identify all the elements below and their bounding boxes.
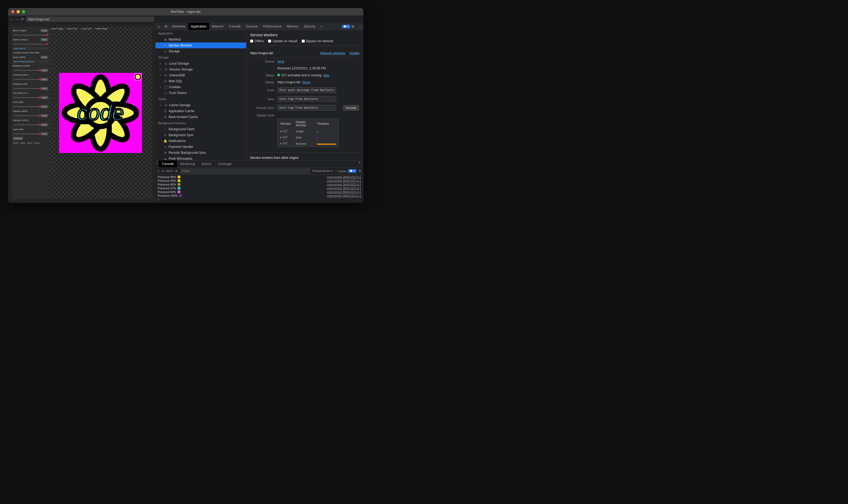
inspect-icon[interactable]: ⟐ [155,23,162,30]
kebab-icon[interactable]: ⋮ [357,23,363,30]
application-tree: Application▤Manifest⚙Service Workers☷Sto… [155,30,246,160]
sw-source-link[interactable]: sw.js [277,59,284,63]
footer-links[interactable]: GitHub · Twitter · About · License [13,142,48,144]
tree-item-background-sync[interactable]: ⟳Background Sync [155,132,246,138]
action-copy-svg[interactable]: ▫ Copy SVG [80,28,92,30]
tab-memory[interactable]: Memory [284,23,301,30]
update-link[interactable]: Update [349,51,360,55]
tree-item-service-workers[interactable]: ⚙Service Workers [155,42,246,48]
device-icon[interactable]: ⧉ [162,23,169,30]
action-open-image[interactable]: ▫ Open Image [50,28,63,30]
tree-item-trust-tokens[interactable]: ◯Trust Tokens [155,90,246,96]
console-filter[interactable] [180,168,310,174]
maximize-icon[interactable] [22,10,25,13]
devtools-pane: ⟐ ⧉ ElementsApplicationNetworkConsoleSou… [155,23,363,203]
issues-link[interactable]: 1 Issue:💬 1 [334,169,357,173]
drawer-tab-search[interactable]: Search [198,160,214,167]
tab-performance[interactable]: Performance [260,23,284,30]
minimize-icon[interactable] [17,10,20,13]
main-area: Blue (5 Steps)ResetAlpha (1 Steps)Reset … [8,23,363,203]
action-paste-image[interactable]: ▫ Paste Image [94,28,107,30]
tree-item-cache-storage[interactable]: ▸⛁Cache Storage [155,102,246,108]
url-bar[interactable]: https://svgco.de/ [26,17,154,22]
drawer-tab-console[interactable]: Console [159,160,177,167]
context-selector[interactable]: top ▾ [167,169,173,173]
tree-item-periodic-background-sync[interactable]: ◔Periodic Background Sync [155,150,246,156]
section-preprocessing[interactable]: Input Preprocessing ▾ [13,60,48,63]
console-prompt[interactable]: > [155,198,363,202]
tab-security[interactable]: Security [301,23,318,30]
issues-button[interactable]: 💬 1 [343,23,349,30]
drawer-tab-rendering[interactable]: Rendering [177,160,198,167]
periodic-input[interactable] [277,105,336,110]
live-expressions-icon[interactable]: 👁 [175,169,178,173]
controls-sidebar: Blue (5 Steps)ResetAlpha (1 Steps)Reset … [12,27,49,199]
tab-network[interactable]: Network [209,23,226,30]
titlebar: DevTools - svgco.de/ [8,8,363,16]
browser-toolbar: ← → ⟳ https://svgco.de/ [8,16,363,23]
run-icon[interactable]: ▷ [158,169,160,173]
tree-item-notifications[interactable]: 🔔Notifications [155,138,246,144]
section-input-size[interactable]: Input Size ▾ [13,47,48,50]
console-settings-icon[interactable]: ⚙ [359,169,361,173]
update-cycle-table: VersionUpdate ActivityTimeline ▸ #27Inst… [277,119,339,147]
tree-item-storage[interactable]: ☷Storage [155,48,246,54]
console-log-row: Potraced 64%colorworker.3bb51423.js:1 [155,190,363,194]
drawer-kebab-icon[interactable]: ⋮ [155,160,159,167]
reset-button[interactable]: Reset [40,56,48,59]
back-icon[interactable]: ← [10,17,14,22]
tab-console[interactable]: Console [226,23,243,30]
close-icon[interactable] [11,10,14,13]
svg-output: code [59,73,142,153]
reset-all-button[interactable]: Reset All [13,137,23,140]
drawer-close-icon[interactable]: × [356,160,363,167]
offline-checkbox[interactable]: Offline [250,39,264,43]
clear-icon[interactable]: ⊘ [162,169,164,173]
status-dot-icon [277,74,280,76]
canvas: ▫ Open Image▫ Save SVG▫ Copy SVG▫ Paste … [49,27,152,199]
panel-title: Service Workers [250,33,360,37]
tree-item-application-cache[interactable]: ☰Application Cache [155,108,246,114]
svg-text:code: code [77,101,124,125]
forward-icon[interactable]: → [15,17,19,22]
tab-elements[interactable]: Elements [169,23,188,30]
tree-item-payment-handler[interactable]: ▭Payment Handler [155,144,246,150]
console-drawer: ⋮ ConsoleRenderingSearchCoverage × ▷ ⊘ t… [155,160,363,203]
levels-selector[interactable]: Default levels ▾ [312,169,332,173]
thumbnail-icon[interactable] [134,73,141,80]
tree-item-manifest[interactable]: ▤Manifest [155,37,246,42]
devtools-window: DevTools - svgco.de/ ← → ⟳ https://svgco… [8,8,363,203]
window-title: DevTools - svgco.de/ [171,10,201,14]
tab-application[interactable]: Application [188,23,209,30]
settings-icon[interactable]: ⚙ [349,23,357,30]
action-save-svg[interactable]: ▫ Save SVG [66,28,77,30]
update-on-reload-checkbox[interactable]: Update on reload [268,39,297,43]
push-input[interactable] [277,87,336,93]
stop-link[interactable]: stop [323,73,329,77]
tree-item-session-storage[interactable]: ▸☰Session Storage [155,67,246,72]
periodic-button[interactable]: Periodic [343,105,359,110]
tree-item-back-forward-cache[interactable]: ☰Back-forward Cache [155,114,246,120]
tree-item-push-messaging[interactable]: ☁Push Messaging [155,156,246,160]
more-tabs-button[interactable]: » [318,23,325,30]
focus-link[interactable]: focus [302,80,310,84]
tab-sources[interactable]: Sources [243,23,260,30]
tree-item-local-storage[interactable]: ▸☰Local Storage [155,60,246,67]
tree-item-web-sql[interactable]: ⛁Web SQL [155,78,246,84]
console-log-row: Potraced 46%colorworker.3bb51423.js:1 [155,183,363,186]
devtools-tabbar: ⟐ ⧉ ElementsApplicationNetworkConsoleSou… [155,23,363,30]
console-log-row: Potraced 43%colorworker.3bb51423.js:1 [155,179,363,183]
tree-item-indexeddb[interactable]: ▸⛁IndexedDB [155,72,246,78]
other-origins-title: Service workers from other origins [250,156,360,160]
page-preview-column: Blue (5 Steps)ResetAlpha (1 Steps)Reset … [8,23,155,203]
network-requests-link[interactable]: Network requests [321,51,345,55]
tree-item-background-fetch[interactable]: ↕Background Fetch [155,126,246,132]
console-log-row: Potraced 100%colorworker.3bb51423.js:1 [155,194,363,198]
sw-origin: https://svgco.de/ [250,51,273,55]
drawer-tab-coverage[interactable]: Coverage [214,160,235,167]
tree-item-cookies[interactable]: ▸◯Cookies [155,84,246,90]
service-workers-panel: Service Workers Offline Update on reload… [246,30,363,160]
bypass-checkbox[interactable]: Bypass for network [301,39,333,43]
reload-icon[interactable]: ⟳ [21,17,24,22]
sync-input[interactable] [277,96,336,102]
